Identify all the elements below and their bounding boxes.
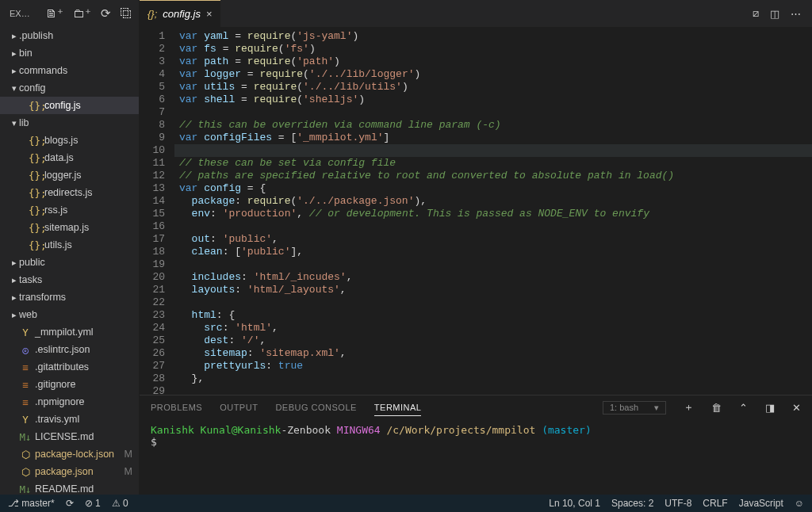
tree-item-label: public [19, 257, 45, 268]
file-type-icon: {}; [29, 152, 41, 164]
status-language[interactable]: JavaScript [739, 498, 783, 509]
code-line[interactable] [174, 385, 812, 395]
split-editor-icon[interactable]: ◫ [770, 8, 779, 20]
code-line[interactable]: // paths are specified relative to root … [174, 170, 812, 182]
status-cursor-position[interactable]: Ln 10, Col 1 [549, 498, 600, 509]
panel-tab-problems[interactable]: PROBLEMS [151, 403, 202, 412]
code-line[interactable]: src: 'html', [174, 322, 812, 334]
file-type-icon: Y [19, 414, 32, 426]
more-actions-icon[interactable]: ⋯ [791, 8, 801, 20]
code-line[interactable]: clean: ['public'], [174, 246, 812, 258]
file-sitemap-js[interactable]: {};sitemap.js [0, 219, 139, 236]
kill-terminal-icon[interactable]: 🗑 [711, 402, 722, 414]
close-tab-icon[interactable]: × [206, 8, 213, 20]
code-line[interactable]: var yaml = require('js-yaml') [174, 30, 812, 43]
folder-bin[interactable]: ▸bin [0, 44, 139, 62]
new-file-icon[interactable]: 🗎⁺ [45, 6, 63, 21]
file-package-json[interactable]: ⬡package.jsonM [0, 463, 139, 480]
code-line[interactable]: var shell = require('shelljs') [174, 94, 812, 106]
code-line[interactable]: sitemap: 'sitemap.xml', [174, 347, 812, 360]
code-line[interactable]: var logger = require('./../lib/logger') [174, 68, 812, 81]
status-encoding[interactable]: UTF-8 [665, 498, 691, 509]
file-logger-js[interactable]: {};logger.js [0, 166, 139, 184]
tree-item-label: transforms [19, 292, 66, 303]
code-line[interactable]: var path = require('path') [174, 55, 812, 68]
new-folder-icon[interactable]: 🗀⁺ [73, 6, 91, 21]
code-line[interactable]: // this can be overriden via command lin… [174, 119, 812, 132]
file-utils-js[interactable]: {};utils.js [0, 236, 139, 254]
file--eslintrc-json[interactable]: ◎.eslintrc.json [0, 341, 139, 358]
file-license-md[interactable]: M↓LICENSE.md [0, 428, 139, 445]
status-indentation[interactable]: Spaces: 2 [611, 498, 653, 509]
code-line[interactable]: var config = { [174, 182, 812, 195]
folder--publish[interactable]: ▸.publish [0, 27, 139, 44]
file-config-js[interactable]: {};config.js [0, 97, 139, 114]
tree-item-label: sitemap.js [44, 222, 89, 233]
panel-tab-terminal[interactable]: TERMINAL [374, 399, 422, 416]
code-line[interactable] [174, 106, 812, 119]
folder-config[interactable]: ▾config [0, 79, 139, 97]
code-line[interactable]: layouts: 'html/_layouts', [174, 284, 812, 296]
code-line[interactable]: var fs = require('fs') [174, 43, 812, 55]
code-line[interactable] [174, 144, 812, 157]
editor-body[interactable]: 1234567891011121314151617181920212223242… [140, 27, 812, 395]
code-line[interactable]: var configFiles = ['_mmpilot.yml'] [174, 132, 812, 144]
code-line[interactable] [174, 296, 812, 309]
file--gitignore[interactable]: ≡.gitignore [0, 376, 139, 393]
panel-tab-output[interactable]: OUTPUT [220, 403, 258, 412]
file-type-icon: ⬡ [19, 466, 32, 478]
code-line[interactable]: env: 'production', // or development. Th… [174, 208, 812, 220]
code-line[interactable] [174, 258, 812, 271]
tree-item-label: LICENSE.md [35, 431, 94, 442]
panel-tab-debug-console[interactable]: DEBUG CONSOLE [275, 403, 356, 412]
new-terminal-icon[interactable]: ＋ [684, 400, 694, 415]
file-type-icon: ≡ [19, 361, 32, 373]
compare-icon[interactable]: ⧄ [753, 7, 759, 20]
maximize-panel-icon[interactable]: ⌃ [739, 402, 748, 414]
code-content[interactable]: var yaml = require('js-yaml')var fs = re… [174, 27, 812, 395]
code-line[interactable]: out: 'public', [174, 233, 812, 246]
toggle-panel-layout-icon[interactable]: ◨ [765, 402, 775, 414]
terminal[interactable]: Kanishk Kunal@Kanishk-Zenbook MINGW64 /c… [140, 419, 812, 495]
refresh-icon[interactable]: ⟳ [101, 6, 111, 21]
terminal-selector[interactable]: 1: bash ▾ [603, 401, 666, 415]
code-line[interactable]: dest: '/', [174, 334, 812, 347]
code-line[interactable]: package: require('./../package.json'), [174, 195, 812, 208]
file--travis-yml[interactable]: Y.travis.yml [0, 411, 139, 428]
folder-lib[interactable]: ▾lib [0, 114, 139, 132]
status-sync-icon[interactable]: ⟳ [66, 498, 74, 509]
file-package-lock-json[interactable]: ⬡package-lock.jsonM [0, 445, 139, 463]
folder-commands[interactable]: ▸commands [0, 62, 139, 79]
file-data-js[interactable]: {};data.js [0, 149, 139, 166]
tree-item-label: package-lock.json [35, 449, 114, 460]
folder-tasks[interactable]: ▸tasks [0, 271, 139, 288]
code-line[interactable]: var utils = require('./../lib/utils') [174, 81, 812, 94]
file-redirects-js[interactable]: {};redirects.js [0, 184, 139, 201]
folder-public[interactable]: ▸public [0, 254, 139, 271]
file-blogs-js[interactable]: {};blogs.js [0, 132, 139, 149]
status-feedback-icon[interactable]: ☺ [795, 498, 804, 509]
code-line[interactable]: }, [174, 373, 812, 385]
status-errors[interactable]: ⊘ 1 [85, 498, 101, 509]
code-line[interactable]: prettyurls: true [174, 360, 812, 373]
status-branch[interactable]: ⎇ master* [8, 498, 55, 509]
status-warnings[interactable]: ⚠ 0 [112, 498, 128, 509]
folder-web[interactable]: ▸web [0, 306, 139, 323]
file-rss-js[interactable]: {};rss.js [0, 201, 139, 219]
file--npmignore[interactable]: ≡.npmignore [0, 393, 139, 411]
code-line[interactable]: html: { [174, 309, 812, 322]
tab-config-js[interactable]: {}; config.js × [140, 0, 221, 27]
close-panel-icon[interactable]: ✕ [792, 402, 801, 414]
code-line[interactable] [174, 220, 812, 233]
file--mmpilot-yml[interactable]: Y_mmpilot.yml [0, 323, 139, 341]
file--gitattributes[interactable]: ≡.gitattributes [0, 358, 139, 376]
code-line[interactable]: includes: 'html/_incudes', [174, 271, 812, 284]
file-type-icon: {}; [29, 135, 41, 147]
tree-item-label: .publish [19, 30, 53, 41]
collapse-all-icon[interactable]: ⿻ [121, 6, 132, 21]
status-eol[interactable]: CRLF [703, 498, 727, 509]
chevron-right-icon: ▸ [10, 275, 19, 285]
code-line[interactable]: // these can be set via config file [174, 157, 812, 170]
folder-transforms[interactable]: ▸transforms [0, 288, 139, 306]
file-readme-md[interactable]: M↓README.md [0, 480, 139, 495]
